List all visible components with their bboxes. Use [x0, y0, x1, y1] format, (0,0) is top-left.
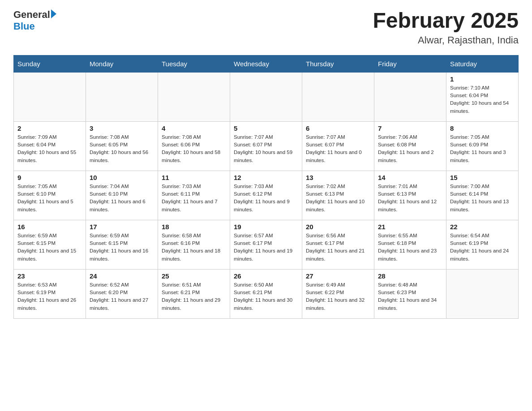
cell-sun-info: Sunrise: 6:55 AMSunset: 6:18 PMDaylight:… [378, 232, 442, 263]
calendar-cell [302, 72, 374, 121]
cell-sun-info: Sunrise: 7:08 AMSunset: 6:06 PMDaylight:… [162, 133, 226, 164]
weekday-header-row: SundayMondayTuesdayWednesdayThursdayFrid… [14, 55, 519, 72]
cell-sun-info: Sunrise: 7:10 AMSunset: 6:04 PMDaylight:… [450, 84, 515, 115]
calendar-cell: 10Sunrise: 7:04 AMSunset: 6:10 PMDayligh… [86, 171, 158, 220]
cell-day-number: 18 [162, 223, 226, 231]
calendar-cell [230, 72, 302, 121]
calendar-cell: 21Sunrise: 6:55 AMSunset: 6:18 PMDayligh… [374, 220, 446, 269]
calendar-cell: 5Sunrise: 7:07 AMSunset: 6:07 PMDaylight… [230, 121, 302, 171]
cell-day-number: 5 [234, 124, 298, 132]
cell-sun-info: Sunrise: 6:56 AMSunset: 6:17 PMDaylight:… [306, 232, 370, 263]
cell-sun-info: Sunrise: 7:07 AMSunset: 6:07 PMDaylight:… [234, 133, 298, 164]
calendar-table: SundayMondayTuesdayWednesdayThursdayFrid… [13, 55, 519, 319]
cell-sun-info: Sunrise: 6:59 AMSunset: 6:15 PMDaylight:… [90, 232, 154, 263]
page-header: General Blue February 2025 Alwar, Rajast… [13, 9, 519, 46]
cell-day-number: 6 [306, 124, 370, 132]
cell-sun-info: Sunrise: 7:08 AMSunset: 6:05 PMDaylight:… [90, 133, 154, 164]
calendar-cell: 15Sunrise: 7:00 AMSunset: 6:14 PMDayligh… [446, 171, 519, 220]
cell-sun-info: Sunrise: 7:05 AMSunset: 6:09 PMDaylight:… [450, 133, 515, 164]
cell-sun-info: Sunrise: 7:02 AMSunset: 6:13 PMDaylight:… [306, 183, 370, 214]
cell-sun-info: Sunrise: 6:48 AMSunset: 6:23 PMDaylight:… [378, 281, 442, 312]
cell-day-number: 9 [17, 174, 82, 181]
calendar-cell: 13Sunrise: 7:02 AMSunset: 6:13 PMDayligh… [302, 171, 374, 220]
logo: General Blue [13, 9, 56, 32]
cell-sun-info: Sunrise: 7:09 AMSunset: 6:04 PMDaylight:… [17, 133, 82, 164]
calendar-cell: 8Sunrise: 7:05 AMSunset: 6:09 PMDaylight… [446, 121, 519, 171]
cell-day-number: 12 [234, 174, 298, 181]
cell-sun-info: Sunrise: 6:57 AMSunset: 6:17 PMDaylight:… [234, 232, 298, 263]
calendar-cell: 7Sunrise: 7:06 AMSunset: 6:08 PMDaylight… [374, 121, 446, 171]
cell-sun-info: Sunrise: 7:05 AMSunset: 6:10 PMDaylight:… [17, 183, 82, 214]
location-title: Alwar, Rajasthan, India [373, 34, 519, 46]
calendar-cell: 27Sunrise: 6:49 AMSunset: 6:22 PMDayligh… [302, 269, 374, 318]
cell-day-number: 24 [90, 272, 154, 280]
cell-sun-info: Sunrise: 6:53 AMSunset: 6:19 PMDaylight:… [17, 281, 82, 312]
cell-sun-info: Sunrise: 7:03 AMSunset: 6:11 PMDaylight:… [162, 183, 226, 214]
calendar-cell: 16Sunrise: 6:59 AMSunset: 6:15 PMDayligh… [14, 220, 86, 269]
calendar-cell: 24Sunrise: 6:52 AMSunset: 6:20 PMDayligh… [86, 269, 158, 318]
cell-day-number: 3 [90, 124, 154, 132]
calendar-cell: 2Sunrise: 7:09 AMSunset: 6:04 PMDaylight… [14, 121, 86, 171]
cell-day-number: 26 [234, 272, 298, 280]
logo-general-text: General [13, 9, 50, 21]
calendar-cell: 11Sunrise: 7:03 AMSunset: 6:11 PMDayligh… [158, 171, 230, 220]
calendar-cell: 4Sunrise: 7:08 AMSunset: 6:06 PMDaylight… [158, 121, 230, 171]
cell-day-number: 16 [17, 223, 82, 231]
cell-sun-info: Sunrise: 6:58 AMSunset: 6:16 PMDaylight:… [162, 232, 226, 263]
calendar-cell: 23Sunrise: 6:53 AMSunset: 6:19 PMDayligh… [14, 269, 86, 318]
calendar-week-row: 1Sunrise: 7:10 AMSunset: 6:04 PMDaylight… [14, 72, 519, 121]
weekday-header-wednesday: Wednesday [230, 55, 302, 72]
calendar-cell: 1Sunrise: 7:10 AMSunset: 6:04 PMDaylight… [446, 72, 519, 121]
weekday-header-tuesday: Tuesday [158, 55, 230, 72]
logo-blue-text: Blue [13, 21, 35, 32]
calendar-cell: 17Sunrise: 6:59 AMSunset: 6:15 PMDayligh… [86, 220, 158, 269]
weekday-header-saturday: Saturday [446, 55, 519, 72]
cell-sun-info: Sunrise: 6:54 AMSunset: 6:19 PMDaylight:… [450, 232, 515, 263]
calendar-cell: 14Sunrise: 7:01 AMSunset: 6:13 PMDayligh… [374, 171, 446, 220]
cell-day-number: 14 [378, 174, 442, 181]
calendar-cell: 9Sunrise: 7:05 AMSunset: 6:10 PMDaylight… [14, 171, 86, 220]
weekday-header-friday: Friday [374, 55, 446, 72]
cell-day-number: 10 [90, 174, 154, 181]
cell-day-number: 13 [306, 174, 370, 181]
calendar-cell: 20Sunrise: 6:56 AMSunset: 6:17 PMDayligh… [302, 220, 374, 269]
cell-sun-info: Sunrise: 7:01 AMSunset: 6:13 PMDaylight:… [378, 183, 442, 214]
cell-day-number: 20 [306, 223, 370, 231]
cell-day-number: 7 [378, 124, 442, 132]
cell-sun-info: Sunrise: 6:59 AMSunset: 6:15 PMDaylight:… [17, 232, 82, 263]
cell-day-number: 1 [450, 75, 515, 83]
calendar-cell: 6Sunrise: 7:07 AMSunset: 6:07 PMDaylight… [302, 121, 374, 171]
calendar-cell: 28Sunrise: 6:48 AMSunset: 6:23 PMDayligh… [374, 269, 446, 318]
month-title: February 2025 [373, 9, 519, 33]
calendar-week-row: 2Sunrise: 7:09 AMSunset: 6:04 PMDaylight… [14, 121, 519, 171]
cell-day-number: 19 [234, 223, 298, 231]
cell-sun-info: Sunrise: 7:07 AMSunset: 6:07 PMDaylight:… [306, 133, 370, 164]
calendar-cell [446, 269, 519, 318]
cell-day-number: 8 [450, 124, 515, 132]
weekday-header-sunday: Sunday [14, 55, 86, 72]
cell-day-number: 17 [90, 223, 154, 231]
calendar-cell [374, 72, 446, 121]
cell-day-number: 4 [162, 124, 226, 132]
cell-day-number: 22 [450, 223, 515, 231]
cell-day-number: 2 [17, 124, 82, 132]
cell-sun-info: Sunrise: 7:03 AMSunset: 6:12 PMDaylight:… [234, 183, 298, 214]
calendar-cell: 22Sunrise: 6:54 AMSunset: 6:19 PMDayligh… [446, 220, 519, 269]
cell-sun-info: Sunrise: 6:52 AMSunset: 6:20 PMDaylight:… [90, 281, 154, 312]
calendar-cell: 12Sunrise: 7:03 AMSunset: 6:12 PMDayligh… [230, 171, 302, 220]
cell-sun-info: Sunrise: 7:00 AMSunset: 6:14 PMDaylight:… [450, 183, 515, 214]
calendar-cell [86, 72, 158, 121]
calendar-cell: 26Sunrise: 6:50 AMSunset: 6:21 PMDayligh… [230, 269, 302, 318]
cell-sun-info: Sunrise: 6:50 AMSunset: 6:21 PMDaylight:… [234, 281, 298, 312]
cell-day-number: 25 [162, 272, 226, 280]
cell-day-number: 15 [450, 174, 515, 181]
calendar-cell [158, 72, 230, 121]
cell-day-number: 23 [17, 272, 82, 280]
logo-arrow-icon [51, 9, 56, 18]
cell-sun-info: Sunrise: 7:04 AMSunset: 6:10 PMDaylight:… [90, 183, 154, 214]
cell-day-number: 27 [306, 272, 370, 280]
calendar-cell: 18Sunrise: 6:58 AMSunset: 6:16 PMDayligh… [158, 220, 230, 269]
weekday-header-monday: Monday [86, 55, 158, 72]
calendar-cell: 19Sunrise: 6:57 AMSunset: 6:17 PMDayligh… [230, 220, 302, 269]
cell-sun-info: Sunrise: 6:51 AMSunset: 6:21 PMDaylight:… [162, 281, 226, 312]
